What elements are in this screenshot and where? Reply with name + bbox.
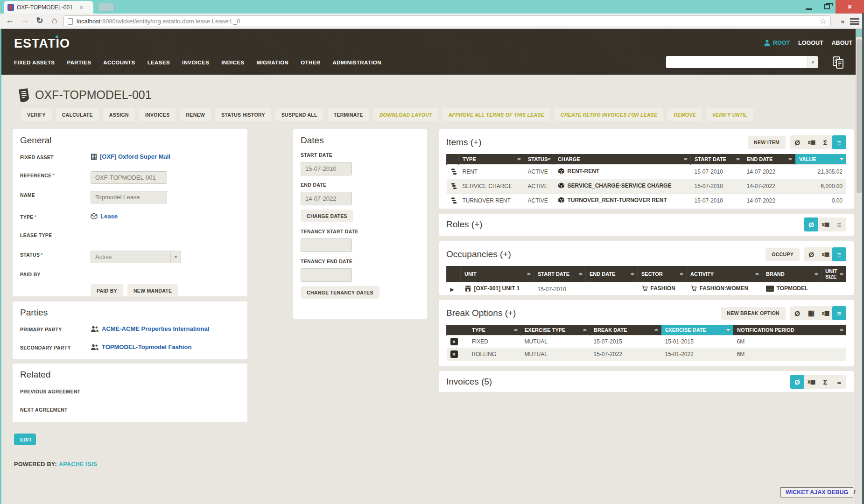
occupancies-col-start-date[interactable]: START DATE: [534, 266, 586, 282]
items-col-type[interactable]: TYPE: [459, 154, 524, 165]
items-col-start-date[interactable]: START DATE: [691, 154, 743, 165]
nav-fixed-assets[interactable]: FIXED ASSETS: [14, 60, 55, 65]
scrollbar-thumb[interactable]: [857, 39, 862, 193]
remove-button[interactable]: REMOVE: [667, 108, 702, 121]
summary-sigma-icon[interactable]: Σ: [818, 135, 832, 149]
apache-isis-link[interactable]: APACHE ISIS: [59, 461, 97, 468]
hide-columns-icon[interactable]: Ø: [790, 135, 804, 149]
download-layout-button[interactable]: DOWNLOAD LAYOUT: [373, 108, 438, 121]
new-tab-button[interactable]: [98, 3, 115, 11]
occupancies-col-unit-size[interactable]: UNIT SIZE: [822, 266, 847, 282]
back-button[interactable]: ←: [4, 15, 16, 25]
verify-until-button[interactable]: VERIFY UNTIL: [706, 108, 753, 121]
new-break-option-button[interactable]: NEW BREAK OPTION: [721, 307, 786, 320]
window-restore-button[interactable]: [818, 0, 836, 14]
remove-x-icon[interactable]: ×: [450, 350, 458, 358]
break-col-exercise-type[interactable]: EXERCISE TYPE: [521, 325, 590, 336]
list-view-icon[interactable]: ≡: [832, 135, 846, 149]
occupancy-brand-link[interactable]: TOPMODEL: [777, 285, 808, 292]
nav-parties[interactable]: PARTIES: [67, 60, 91, 65]
approve-all-terms-button[interactable]: APPROVE ALL TERMS OF THIS LEASE: [443, 108, 550, 121]
renew-button[interactable]: RENEW: [180, 108, 211, 121]
assign-button[interactable]: ASSIGN: [103, 108, 135, 121]
invoices-button[interactable]: INVOICES: [139, 108, 176, 121]
occupancies-col-sector[interactable]: SECTOR: [638, 266, 687, 282]
occupancy-sector-link[interactable]: FASHION: [651, 285, 675, 292]
fixed-asset-link[interactable]: [OXF] Oxford Super Mall: [91, 153, 170, 160]
page-scrollbar[interactable]: [856, 29, 862, 504]
remove-x-icon[interactable]: ×: [450, 338, 458, 345]
list-view-icon[interactable]: ≡: [832, 306, 846, 320]
hide-columns-icon[interactable]: Ø: [804, 247, 818, 261]
hide-columns-icon[interactable]: Ø: [790, 306, 804, 320]
new-item-button[interactable]: NEW ITEM: [748, 136, 786, 149]
excel-export-icon[interactable]: x▦: [818, 217, 832, 231]
copy-bookmark-icon[interactable]: [832, 56, 844, 69]
user-menu[interactable]: ROOT: [764, 39, 790, 46]
occupancies-col-activity[interactable]: ACTIVITY: [687, 266, 762, 282]
nav-migration[interactable]: MIGRATION: [257, 60, 289, 65]
excel-export-icon[interactable]: x▦: [804, 375, 818, 389]
logout-link[interactable]: LOGOUT: [798, 40, 823, 46]
items-col-status[interactable]: STATUS: [524, 154, 554, 165]
window-minimize-button[interactable]: [800, 0, 818, 14]
window-close-button[interactable]: ×: [836, 0, 864, 14]
nav-accounts[interactable]: ACCOUNTS: [103, 60, 135, 65]
change-dates-button[interactable]: CHANGE DATES: [301, 210, 353, 222]
secondary-party-link[interactable]: TOPMODEL-Topmodel Fashion: [91, 343, 191, 350]
nav-indices[interactable]: INDICES: [221, 60, 244, 65]
items-col-value[interactable]: VALUE: [795, 154, 847, 165]
occupancy-activity-link[interactable]: FASHION:WOMEN: [700, 285, 749, 292]
item-charge-link[interactable]: TURNOVER_RENT-TURNOVER RENT: [568, 197, 667, 203]
nav-invoices[interactable]: INVOICES: [182, 60, 209, 65]
home-button[interactable]: ⌂: [49, 15, 61, 26]
reload-button[interactable]: ↻: [34, 15, 46, 26]
verify-button[interactable]: VERIFY: [21, 108, 52, 121]
occupancy-unit-link[interactable]: [OXF-001] UNIT 1: [474, 285, 520, 292]
item-charge-link[interactable]: RENT-RENT: [568, 168, 600, 175]
list-view-icon[interactable]: ≡: [832, 247, 846, 261]
status-history-button[interactable]: STATUS HISTORY: [215, 108, 271, 121]
suspend-all-button[interactable]: SUSPEND ALL: [275, 108, 323, 121]
change-tenancy-dates-button[interactable]: CHANGE TENANCY DATES: [301, 286, 379, 299]
paid-by-button[interactable]: PAID BY: [91, 284, 123, 297]
edit-button[interactable]: EDIT: [14, 434, 36, 445]
nav-leases[interactable]: LEASES: [148, 60, 170, 65]
browser-tab[interactable]: OXF-TOPMODEL-001 ×: [4, 1, 93, 14]
break-col-type[interactable]: TYPE: [468, 325, 521, 336]
primary-party-link[interactable]: ACME-ACME Properties International: [91, 325, 209, 332]
items-col-charge[interactable]: CHARGE: [554, 154, 691, 165]
break-col-break-date[interactable]: BREAK DATE: [590, 325, 661, 336]
calendar-icon[interactable]: ▦: [804, 306, 818, 320]
occupancies-col-end-date[interactable]: END DATE: [586, 266, 638, 282]
hide-columns-icon[interactable]: Ø: [790, 375, 804, 389]
new-mandate-button[interactable]: NEW MANDATE: [127, 284, 178, 297]
address-bar[interactable]: localhost:8080/wicket/entity/org.estatio…: [63, 15, 831, 27]
excel-export-icon[interactable]: x▦: [818, 306, 832, 320]
bookmark-star-icon[interactable]: ☆: [820, 16, 827, 26]
wicket-ajax-deb ug-link[interactable]: WICKET AJAX DEBUG: [780, 487, 853, 497]
item-charge-link[interactable]: SERVICE_CHARGE-SERVICE CHARGE: [568, 182, 672, 189]
terminate-button[interactable]: TERMINATE: [328, 108, 369, 121]
excel-export-icon[interactable]: x▦: [818, 247, 832, 261]
occupy-button[interactable]: OCCUPY: [766, 248, 800, 261]
chevron-down-icon[interactable]: ▾: [808, 56, 818, 68]
browser-menu-icon[interactable]: [850, 18, 859, 25]
list-view-icon[interactable]: ≡: [832, 375, 846, 389]
scrollbar-up-button[interactable]: [856, 29, 862, 37]
excel-export-icon[interactable]: x▦: [804, 135, 818, 149]
occupancies-col-brand[interactable]: BRAND: [762, 266, 822, 282]
nav-other[interactable]: OTHER: [301, 60, 320, 65]
type-link[interactable]: Lease: [91, 213, 118, 220]
tab-close-icon[interactable]: ×: [79, 4, 83, 11]
break-col-notification-period[interactable]: NOTIFICATION PERIOD: [733, 325, 847, 336]
calculate-button[interactable]: CALCULATE: [56, 108, 99, 121]
summary-sigma-icon[interactable]: Σ: [818, 375, 832, 389]
create-retro-invoices-button[interactable]: CREATE RETRO INVOICES FOR LEASE: [555, 108, 663, 121]
global-search-select[interactable]: ▾: [666, 56, 818, 68]
nav-administration[interactable]: ADMINISTRATION: [332, 60, 381, 65]
occupancies-col-unit[interactable]: UNIT: [461, 266, 534, 282]
list-view-icon[interactable]: ≡: [832, 217, 846, 231]
items-col-end-date[interactable]: END DATE: [743, 154, 795, 165]
estatio-logo[interactable]: ESTATIO: [14, 36, 70, 51]
